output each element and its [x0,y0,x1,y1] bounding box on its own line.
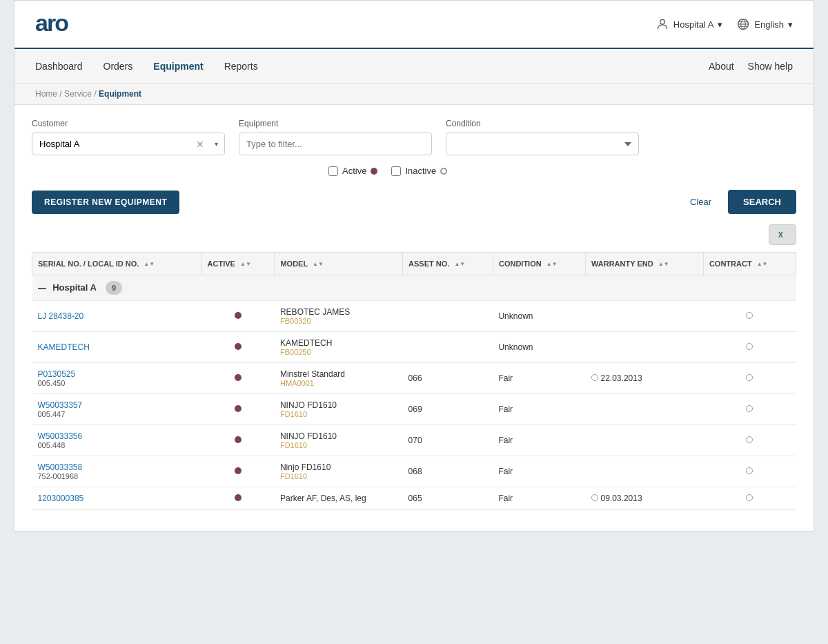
contract-inactive [746,312,753,319]
condition-filter-group: Condition Unknown Fair Good [446,119,639,155]
th-serial[interactable]: SERIAL NO. / LOCAL ID NO. ▲▼ [32,253,202,275]
equipment-label: Equipment [239,119,432,128]
serial-link[interactable]: 1203000385 [38,494,84,503]
condition-cell: Fair [493,487,585,510]
model-name: Minstrel Standard [280,369,397,379]
contract-cell [703,301,796,332]
warranty-date: 22.03.2013 [601,373,642,383]
action-right: Clear SEARCH [682,190,796,214]
customer-input-wrapper: ✕ ▾ [32,133,225,155]
condition-cell: Fair [493,425,585,456]
warranty-date: 09.03.2013 [601,494,642,503]
contract-inactive [746,467,753,474]
condition-cell: Unknown [493,301,585,332]
excel-icon: X [776,228,789,241]
asset-cell: 066 [403,363,493,394]
th-asset[interactable]: ASSET NO. ▲▼ [403,253,493,275]
active-cell [201,394,275,425]
condition-cell: Fair [493,456,585,487]
nav-about[interactable]: About [709,61,734,72]
warranty-cell [586,394,704,425]
th-warranty[interactable]: WARRANTY END ▲▼ [586,253,704,275]
serial-link[interactable]: KAMEDTECH [38,342,90,352]
warranty-cell [586,425,704,456]
serial-cell: P0130525 005.450 [32,363,202,394]
serial-cell: 1203000385 [32,487,202,510]
contract-cell [703,332,796,363]
active-dot [235,312,241,319]
inactive-checkbox[interactable] [391,166,401,176]
language-selector[interactable]: English ▾ [736,17,793,31]
th-active[interactable]: ACTIVE ▲▼ [201,253,275,275]
model-name: Ninjo FD1610 [280,462,397,472]
group-name: Hospital A [52,282,96,293]
breadcrumb-home[interactable]: Home [35,89,57,99]
model-code: FB00320 [280,317,397,325]
nav-reports[interactable]: Reports [224,50,258,82]
nav-orders[interactable]: Orders [103,50,133,82]
model-name: KAMEDTECH [280,338,397,348]
th-contract[interactable]: CONTRACT ▲▼ [703,253,796,275]
group-count: 9 [106,281,122,295]
clear-button[interactable]: Clear [682,191,720,213]
nav-show-help[interactable]: Show help [748,61,793,72]
model-cell: NINJO FD1610 FD1610 [275,425,403,456]
group-cell: Hospital A 9 [32,275,796,301]
warranty-dot [591,494,598,501]
app-logo: aro [35,9,97,40]
warranty-cell [586,456,704,487]
model-cell: Ninjo FD1610 FD1610 [275,456,403,487]
contract-cell [703,456,796,487]
serial-cell: W50033358 752-001968 [32,456,202,487]
search-button[interactable]: SEARCH [728,190,796,214]
breadcrumb-service[interactable]: Service [64,89,92,99]
serial-link[interactable]: P0130525 [38,369,76,379]
register-equipment-button[interactable]: REGISTER NEW EQUIPMENT [32,191,179,214]
hospital-name: Hospital A [673,19,714,30]
nav-dashboard[interactable]: Dashboard [35,50,83,82]
hospital-selector[interactable]: Hospital A ▾ [656,17,723,31]
active-label: Active [342,166,366,176]
main-nav: Dashboard Orders Equipment Reports [35,50,258,82]
model-code: FD1610 [280,472,397,480]
serial-link[interactable]: LJ 28438-20 [38,311,84,321]
contract-inactive [746,374,753,381]
equipment-input[interactable] [239,133,432,155]
filter-row: Customer ✕ ▾ Equipment Condition Unk [32,119,796,155]
active-checkbox-item: Active [328,166,377,176]
model-code: FD1610 [280,410,397,418]
active-dot [371,168,377,175]
serial-cell: W50033356 005.448 [32,425,202,456]
local-id: 752-001968 [38,472,197,480]
equipment-table: SERIAL NO. / LOCAL ID NO. ▲▼ ACTIVE ▲▼ M… [32,252,796,510]
table-row: P0130525 005.450 Minstrel Standard HMA00… [32,363,796,394]
active-cell [201,456,275,487]
customer-dropdown-arrow[interactable]: ▾ [215,140,218,148]
asset-cell [403,332,493,363]
serial-link[interactable]: W50033357 [38,400,83,410]
inactive-checkbox-item: Inactive [391,166,447,176]
th-model[interactable]: MODEL ▲▼ [275,253,403,275]
active-dot [235,494,241,501]
nav-equipment[interactable]: Equipment [153,50,203,82]
table-row: 1203000385 Parker AF, Des, AS, leg 065 F… [32,487,796,510]
active-dot [235,467,241,474]
customer-clear-icon[interactable]: ✕ [196,139,204,150]
th-condition[interactable]: CONDITION ▲▼ [493,253,585,275]
contract-cell [703,394,796,425]
active-checkbox[interactable] [328,166,338,176]
collapse-icon[interactable] [38,288,46,289]
serial-link[interactable]: W50033358 [38,462,83,472]
contract-cell [703,363,796,394]
active-cell [201,425,275,456]
model-name: REBOTEC JAMES [280,307,397,317]
condition-select[interactable]: Unknown Fair Good [446,133,639,155]
contract-inactive [746,343,753,350]
model-cell: REBOTEC JAMES FB00320 [275,301,403,332]
model-cell: NINJO FD1610 FD1610 [275,394,403,425]
excel-export-button[interactable]: X [769,224,796,245]
serial-link[interactable]: W50033356 [38,431,83,441]
local-id: 005.450 [38,379,197,387]
active-cell [201,487,275,510]
nav-bar: Dashboard Orders Equipment Reports About… [14,49,814,84]
